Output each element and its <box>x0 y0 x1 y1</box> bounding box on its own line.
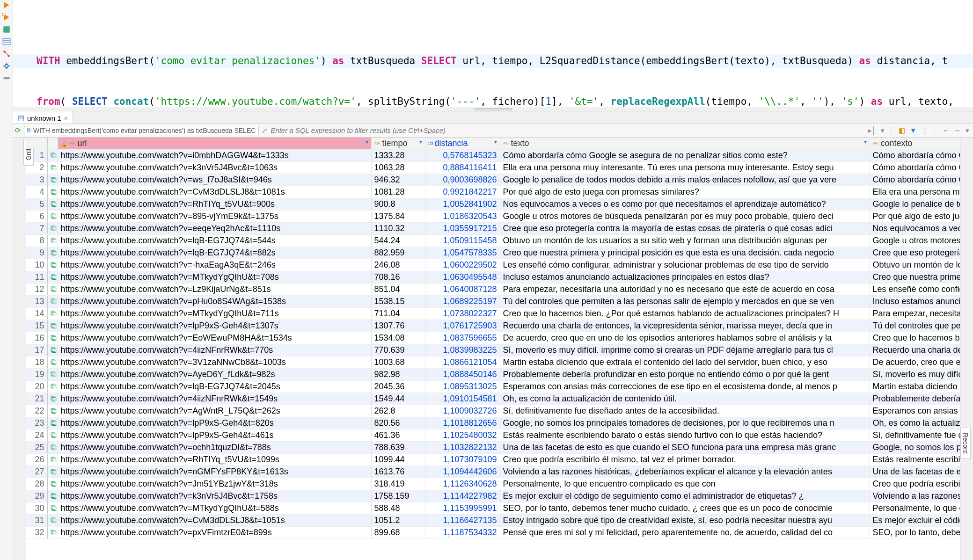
contexto-cell[interactable]: Cree que eso protegería <box>870 247 960 259</box>
contexto-cell[interactable]: Recuerdo una charla de <box>870 344 960 356</box>
url-cell[interactable]: https://www.youtube.com/watch?v=CvM3dDLS… <box>58 515 371 527</box>
link-cell-icon[interactable]: ⧉ <box>47 235 58 247</box>
table-row[interactable]: 16⧉https://www.youtube.com/watch?v=EoWEw… <box>26 332 960 344</box>
texto-cell[interactable]: Sí, definitivamente fue diseñado antes d… <box>500 405 870 417</box>
distancia-cell[interactable]: 1,1126340628 <box>425 478 500 490</box>
nav-first-icon[interactable]: ▸│ <box>868 126 876 135</box>
table-row[interactable]: 7⧉https://www.youtube.com/watch?v=eeqeYe… <box>26 223 960 235</box>
contexto-cell[interactable]: Les enseñé cómo config <box>870 284 960 296</box>
link-cell-icon[interactable]: ⧉ <box>47 296 58 308</box>
texto-cell[interactable]: Creo que nuestra primera y principal pos… <box>500 247 870 259</box>
url-cell[interactable]: https://www.youtube.com/watch?v=lpP9xS-G… <box>58 429 371 442</box>
texto-cell[interactable]: Nos equivocamos a veces o es como por qu… <box>500 198 870 211</box>
contexto-cell[interactable]: Nos equivocamos a vece <box>870 223 960 235</box>
texto-cell[interactable]: Probablemente debería profundizar en est… <box>500 369 870 381</box>
table-row[interactable]: 15⧉https://www.youtube.com/watch?v=lpP9x… <box>26 320 960 332</box>
url-cell[interactable]: https://www.youtube.com/watch?v=4iizNFnr… <box>58 393 371 405</box>
contexto-cell[interactable]: Google lo penalice de to <box>870 198 960 211</box>
url-cell[interactable]: https://www.youtube.com/watch?v=AgWntR_L… <box>58 405 371 417</box>
distancia-cell[interactable]: 1,0052841902 <box>425 198 500 211</box>
tiempo-cell[interactable]: 262.8 <box>371 405 425 417</box>
distancia-cell[interactable]: 1,0355917215 <box>425 223 500 235</box>
contexto-cell[interactable]: Creo que lo hacemos bie <box>870 332 960 344</box>
distancia-cell[interactable]: 1,1094442606 <box>425 466 500 478</box>
table-row[interactable]: 5⧉https://www.youtube.com/watch?v=RhTIYq… <box>26 198 960 211</box>
link-cell-icon[interactable]: ⧉ <box>47 356 58 369</box>
contexto-cell[interactable]: Personalmente, lo que e <box>870 502 960 515</box>
tiempo-cell[interactable]: 2045.36 <box>371 381 425 393</box>
distancia-cell[interactable]: 0,9921842217 <box>425 186 500 198</box>
url-cell[interactable]: https://www.youtube.com/watch?v=nGMFYsFP… <box>58 466 371 478</box>
tiempo-cell[interactable]: 1099.44 <box>371 454 425 466</box>
url-cell[interactable]: https://www.youtube.com/watch?v=lpP9xS-G… <box>58 320 371 332</box>
layout-icon[interactable]: ◧ <box>899 126 905 135</box>
texto-cell[interactable]: Sí, moverlo es muy difícil. imprime como… <box>500 344 870 356</box>
table-row[interactable]: 22⧉https://www.youtube.com/watch?v=AgWnt… <box>26 405 960 417</box>
table-row[interactable]: 3⧉https://www.youtube.com/watch?v=ws_f7o… <box>26 174 960 186</box>
link-cell-icon[interactable]: ⧉ <box>47 466 58 478</box>
texto-cell[interactable]: Para empezar, necesitaría una autoridad … <box>500 284 870 296</box>
tiempo-cell[interactable]: 1307.76 <box>371 320 425 332</box>
link-cell-icon[interactable]: ⧉ <box>47 211 58 223</box>
table-row[interactable]: 9⧉https://www.youtube.com/watch?v=lqB-EG… <box>26 247 960 259</box>
distancia-cell[interactable]: 1,0866121054 <box>425 356 500 369</box>
settings-icon[interactable] <box>2 62 11 70</box>
url-cell[interactable]: https://www.youtube.com/watch?v=lpP9xS-G… <box>58 417 371 429</box>
tiempo-cell[interactable]: 1063.28 <box>371 162 425 174</box>
expand-icon[interactable]: ⤢ <box>262 126 268 135</box>
distancia-cell[interactable]: 1,0689225197 <box>425 296 500 308</box>
distancia-cell[interactable]: 1,0738022327 <box>425 308 500 320</box>
tiempo-cell[interactable]: 1110.32 <box>371 223 425 235</box>
nav-fwd-icon[interactable]: → <box>954 126 961 134</box>
url-cell[interactable]: https://www.youtube.com/watch?v=CvM3dDLS… <box>58 186 371 198</box>
contexto-cell[interactable]: Para empezar, necesitar <box>870 308 960 320</box>
distancia-cell[interactable]: 1,0839983225 <box>425 344 500 356</box>
nav-dropdown-icon[interactable]: ▾ <box>881 126 885 135</box>
link-cell-icon[interactable]: ⧉ <box>47 417 58 429</box>
tiempo-cell[interactable]: 982.98 <box>371 369 425 381</box>
distancia-cell[interactable]: 1,0895313025 <box>425 381 500 393</box>
link-cell-icon[interactable]: ⧉ <box>47 381 58 393</box>
link-cell-icon[interactable]: ⧉ <box>47 320 58 332</box>
url-cell[interactable]: https://www.youtube.com/watch?v=AyeD6Y_f… <box>58 369 371 381</box>
tiempo-cell[interactable]: 851.04 <box>371 284 425 296</box>
distancia-cell[interactable]: 1,0186320543 <box>425 211 500 223</box>
url-cell[interactable]: https://www.youtube.com/watch?v=MTkydYgQ… <box>58 271 371 284</box>
table-row[interactable]: 4⧉https://www.youtube.com/watch?v=CvM3dD… <box>26 186 960 198</box>
link-cell-icon[interactable]: ⧉ <box>47 247 58 259</box>
tiempo-cell[interactable]: 544.24 <box>371 235 425 247</box>
contexto-cell[interactable]: Martin estaba diciendo <box>870 381 960 393</box>
tiempo-cell[interactable]: 588.48 <box>371 502 425 515</box>
table-row[interactable]: 26⧉https://www.youtube.com/watch?v=RhTIY… <box>26 454 960 466</box>
distancia-cell[interactable]: 1,1144227982 <box>425 490 500 502</box>
save-icon[interactable] <box>2 25 11 34</box>
distancia-cell[interactable]: 1,0640087128 <box>425 284 500 296</box>
refresh-icon[interactable]: ⟳ <box>15 126 21 135</box>
tiempo-cell[interactable]: 1003.68 <box>371 356 425 369</box>
texto-cell[interactable]: Personalmente, lo que encuentro complica… <box>500 478 870 490</box>
table-row[interactable]: 17⧉https://www.youtube.com/watch?v=4iizN… <box>26 344 960 356</box>
link-cell-icon[interactable]: ⧉ <box>47 344 58 356</box>
link-cell-icon[interactable]: ⧉ <box>47 223 58 235</box>
link-cell-icon[interactable]: ⧉ <box>47 515 58 527</box>
texto-cell[interactable]: Google, no somos los principales tomador… <box>500 417 870 429</box>
col-texto-header[interactable]: ᴬᴮᶜtexto▾ <box>500 138 870 150</box>
query-chip[interactable]: ⎘ WITH embeddingsBert('como evitar penal… <box>24 126 259 135</box>
col-tiempo-header[interactable]: ᴬᴮᶜtiempo▾ <box>371 138 425 150</box>
url-cell[interactable]: https://www.youtube.com/watch?v=Lz9KijaU… <box>58 284 371 296</box>
col-distancia-header[interactable]: ¹²³distancia▾ <box>425 138 500 150</box>
distancia-cell[interactable]: 1,0910154581 <box>425 393 500 405</box>
texto-cell[interactable]: Creo que podría escribirlo él mismo, tal… <box>500 454 870 466</box>
link-cell-icon[interactable]: ⧉ <box>47 271 58 284</box>
table-row[interactable]: 21⧉https://www.youtube.com/watch?v=4iizN… <box>26 393 960 405</box>
filter-icon[interactable]: ▼ <box>910 126 917 134</box>
link-cell-icon[interactable]: ⧉ <box>47 429 58 442</box>
tiempo-cell[interactable]: 1534.08 <box>371 332 425 344</box>
tiempo-cell[interactable]: 708.16 <box>371 271 425 284</box>
table-row[interactable]: 32⧉https://www.youtube.com/watch?v=pxVFi… <box>26 527 960 539</box>
table-row[interactable]: 29⧉https://www.youtube.com/watch?v=k3nVr… <box>26 490 960 502</box>
contexto-cell[interactable]: Oh, es como la actualiza <box>870 417 960 429</box>
texto-cell[interactable]: Estás realmente escribiendo barato o est… <box>500 429 870 442</box>
tiempo-cell[interactable]: 1613.76 <box>371 466 425 478</box>
texto-cell[interactable]: Oh, es como la actualización de contenid… <box>500 393 870 405</box>
